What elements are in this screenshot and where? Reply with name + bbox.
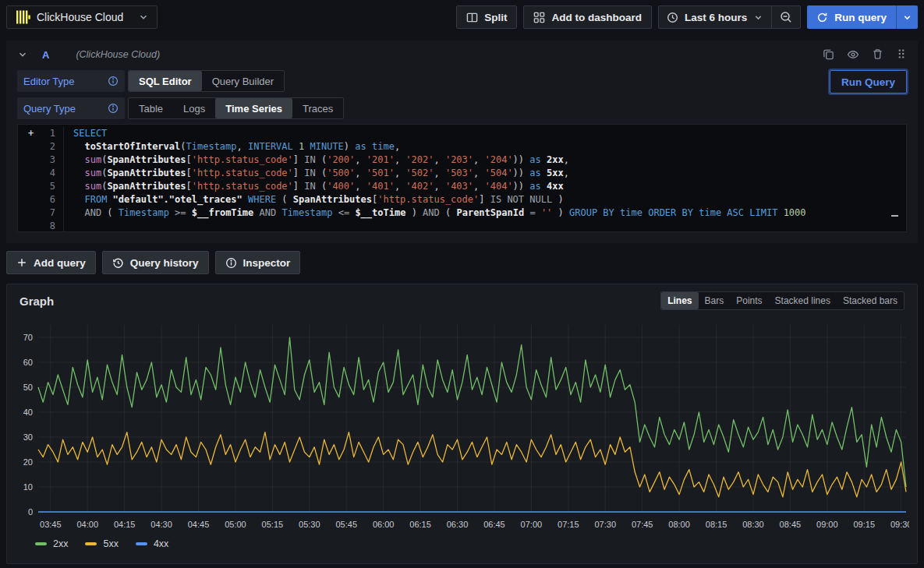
svg-text:06:00: 06:00 bbox=[373, 520, 395, 529]
time-range-button[interactable]: Last 6 hours bbox=[659, 6, 771, 28]
query-history-label: Query history bbox=[130, 257, 199, 269]
run-query-label: Run query bbox=[834, 12, 887, 23]
code-line: 3 sum(SpanAttributes['http.status_code']… bbox=[18, 153, 906, 167]
search-minus-icon bbox=[780, 11, 792, 23]
editor-type-label: Editor Type bbox=[23, 76, 75, 87]
run-query-split-button: Run query bbox=[807, 5, 918, 29]
option-query-builder[interactable]: Query Builder bbox=[202, 71, 284, 91]
chart-legend: 2xx5xx4xx bbox=[35, 535, 909, 552]
code-line: 5 sum(SpanAttributes['http.status_code']… bbox=[18, 180, 906, 193]
line-number: 6 bbox=[18, 193, 63, 206]
code-line: 2 toStartOfInterval(Timestamp, INTERVAL … bbox=[18, 140, 906, 153]
option-points[interactable]: Points bbox=[730, 292, 768, 309]
add-query-button[interactable]: Add query bbox=[6, 251, 96, 274]
run-query-panel-button[interactable]: Run Query bbox=[830, 70, 907, 93]
query-editor-panel: A (ClickHouse Cloud) Editor Type bbox=[6, 41, 918, 243]
svg-text:08:15: 08:15 bbox=[706, 520, 728, 529]
drag-handle-icon[interactable] bbox=[896, 48, 907, 61]
line-number: 2 bbox=[18, 140, 63, 153]
option-lines[interactable]: Lines bbox=[661, 292, 698, 309]
datasource-hint: (ClickHouse Cloud) bbox=[76, 49, 160, 60]
datasource-picker[interactable]: ClickHouse Cloud bbox=[6, 5, 158, 29]
svg-text:06:45: 06:45 bbox=[483, 520, 505, 529]
inspector-label: Inspector bbox=[243, 257, 291, 269]
option-time-series[interactable]: Time Series bbox=[215, 98, 292, 118]
legend-label: 2xx bbox=[53, 538, 68, 549]
svg-text:05:00: 05:00 bbox=[225, 520, 246, 529]
svg-text:08:30: 08:30 bbox=[742, 520, 764, 529]
option-logs[interactable]: Logs bbox=[173, 98, 215, 118]
graph-panel: Graph LinesBarsPointsStacked linesStacke… bbox=[6, 284, 918, 564]
option-stacked-lines[interactable]: Stacked lines bbox=[769, 292, 837, 309]
timeseries-chart[interactable]: 01020304050607003:4504:0004:1504:3004:45… bbox=[15, 316, 909, 535]
svg-text:07:00: 07:00 bbox=[521, 520, 543, 529]
svg-text:09:30: 09:30 bbox=[890, 520, 909, 529]
svg-text:04:30: 04:30 bbox=[150, 520, 172, 529]
sql-editor[interactable]: + 1SELECT2 toStartOfInterval(Timestamp, … bbox=[17, 124, 907, 232]
add-query-label: Add query bbox=[34, 257, 86, 269]
query-history-button[interactable]: Query history bbox=[102, 251, 209, 274]
viz-style-group: LinesBarsPointsStacked linesStacked bars bbox=[660, 291, 905, 310]
svg-text:60: 60 bbox=[23, 358, 33, 367]
svg-text:05:45: 05:45 bbox=[335, 520, 357, 529]
text-cursor bbox=[891, 215, 898, 217]
option-table[interactable]: Table bbox=[129, 98, 173, 118]
svg-text:05:30: 05:30 bbox=[299, 520, 320, 529]
duplicate-query-icon[interactable] bbox=[823, 48, 834, 61]
sync-icon bbox=[816, 12, 828, 23]
run-query-button[interactable]: Run query bbox=[807, 5, 896, 29]
run-query-dropdown-caret[interactable] bbox=[896, 5, 918, 29]
legend-label: 4xx bbox=[154, 538, 168, 549]
info-circle-icon[interactable] bbox=[108, 76, 119, 86]
apps-grid-icon bbox=[533, 12, 545, 23]
legend-swatch bbox=[35, 542, 47, 545]
info-circle-icon[interactable] bbox=[108, 103, 119, 114]
query-type-label-chip: Query Type bbox=[17, 97, 125, 119]
svg-text:09:00: 09:00 bbox=[816, 520, 838, 529]
svg-text:07:15: 07:15 bbox=[558, 520, 579, 529]
svg-text:04:45: 04:45 bbox=[188, 520, 210, 529]
svg-text:07:45: 07:45 bbox=[632, 520, 653, 529]
line-number: 7 bbox=[18, 206, 63, 220]
svg-text:04:00: 04:00 bbox=[76, 520, 98, 529]
inspector-button[interactable]: Inspector bbox=[215, 251, 301, 274]
svg-text:08:00: 08:00 bbox=[668, 520, 690, 529]
split-icon bbox=[466, 12, 478, 23]
zoom-out-button[interactable] bbox=[772, 6, 800, 28]
line-number: 8 bbox=[18, 220, 63, 232]
svg-text:70: 70 bbox=[23, 333, 33, 342]
split-button[interactable]: Split bbox=[456, 5, 517, 29]
add-line-plus-icon[interactable]: + bbox=[24, 127, 37, 140]
explore-actions-row: Add query Query history Inspector bbox=[6, 251, 918, 274]
legend-item-2xx[interactable]: 2xx bbox=[35, 538, 68, 549]
legend-swatch bbox=[136, 542, 147, 545]
collapse-chevron-icon[interactable] bbox=[17, 49, 28, 60]
line-number: 4 bbox=[18, 167, 63, 180]
svg-text:05:15: 05:15 bbox=[262, 520, 284, 529]
svg-text:40: 40 bbox=[23, 407, 33, 417]
legend-swatch bbox=[85, 542, 97, 545]
query-row-header[interactable]: A (ClickHouse Cloud) bbox=[6, 41, 918, 69]
option-bars[interactable]: Bars bbox=[699, 292, 731, 309]
sql-code[interactable]: 1SELECT2 toStartOfInterval(Timestamp, IN… bbox=[18, 127, 906, 232]
option-traces[interactable]: Traces bbox=[292, 98, 343, 118]
svg-text:06:30: 06:30 bbox=[447, 520, 469, 529]
legend-item-5xx[interactable]: 5xx bbox=[85, 538, 118, 549]
legend-item-4xx[interactable]: 4xx bbox=[136, 538, 168, 549]
add-to-dashboard-button[interactable]: Add to dashboard bbox=[523, 5, 652, 29]
clock-icon bbox=[667, 12, 678, 23]
query-type-row: Query Type TableLogsTime SeriesTraces bbox=[17, 97, 907, 119]
option-sql-editor[interactable]: SQL Editor bbox=[129, 71, 202, 91]
option-stacked-bars[interactable]: Stacked bars bbox=[837, 292, 904, 309]
remove-query-trash-icon[interactable] bbox=[872, 48, 883, 61]
graph-panel-header: Graph LinesBarsPointsStacked linesStacke… bbox=[15, 291, 909, 311]
query-header-actions bbox=[823, 48, 907, 61]
time-range-label: Last 6 hours bbox=[685, 12, 747, 23]
code-line: 8 bbox=[18, 220, 906, 232]
svg-text:0: 0 bbox=[28, 507, 33, 517]
line-number: 5 bbox=[18, 180, 63, 193]
code-line: 4 sum(SpanAttributes['http.status_code']… bbox=[18, 167, 906, 180]
editor-type-group: SQL EditorQuery Builder bbox=[128, 70, 285, 92]
hide-response-eye-icon[interactable] bbox=[847, 48, 859, 61]
graph-title: Graph bbox=[19, 295, 54, 308]
